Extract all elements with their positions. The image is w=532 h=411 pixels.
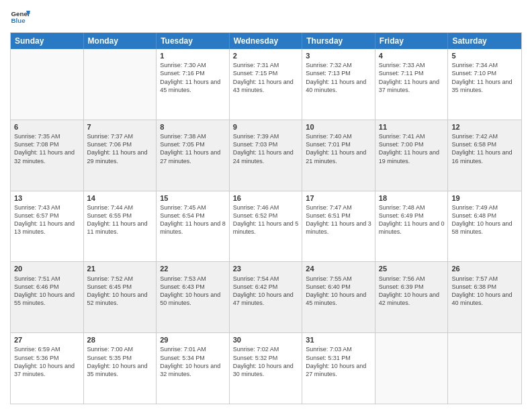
day-number: 9 xyxy=(233,122,299,132)
day-info: Sunrise: 7:47 AM Sunset: 6:51 PM Dayligh… xyxy=(306,203,371,236)
day-info: Sunrise: 7:48 AM Sunset: 6:49 PM Dayligh… xyxy=(379,203,445,236)
calendar-row-2: 13Sunrise: 7:43 AM Sunset: 6:57 PM Dayli… xyxy=(11,191,521,263)
calendar-cell xyxy=(84,49,157,120)
calendar-cell: 26Sunrise: 7:57 AM Sunset: 6:38 PM Dayli… xyxy=(448,262,521,332)
day-number: 22 xyxy=(160,264,226,273)
calendar-cell: 10Sunrise: 7:40 AM Sunset: 7:01 PM Dayli… xyxy=(302,120,375,191)
day-number: 26 xyxy=(451,264,518,273)
calendar-cell: 11Sunrise: 7:41 AM Sunset: 7:00 PM Dayli… xyxy=(375,120,449,191)
day-number: 1 xyxy=(160,51,226,60)
day-number: 14 xyxy=(87,193,153,203)
day-number: 3 xyxy=(306,51,371,60)
day-info: Sunrise: 7:57 AM Sunset: 6:38 PM Dayligh… xyxy=(451,275,518,308)
day-info: Sunrise: 7:42 AM Sunset: 6:58 PM Dayligh… xyxy=(451,132,518,165)
calendar-cell: 15Sunrise: 7:45 AM Sunset: 6:54 PM Dayli… xyxy=(157,191,230,262)
day-number: 8 xyxy=(160,122,226,132)
day-info: Sunrise: 7:35 AM Sunset: 7:08 PM Dayligh… xyxy=(14,132,80,165)
calendar-cell: 14Sunrise: 7:44 AM Sunset: 6:55 PM Dayli… xyxy=(84,191,157,262)
calendar-cell: 24Sunrise: 7:55 AM Sunset: 6:40 PM Dayli… xyxy=(302,262,375,332)
calendar-cell: 19Sunrise: 7:49 AM Sunset: 6:48 PM Dayli… xyxy=(448,191,521,262)
day-info: Sunrise: 7:32 AM Sunset: 7:13 PM Dayligh… xyxy=(306,61,371,94)
day-number: 13 xyxy=(14,193,80,203)
day-info: Sunrise: 7:38 AM Sunset: 7:05 PM Dayligh… xyxy=(160,132,226,165)
day-number: 29 xyxy=(160,335,226,345)
day-info: Sunrise: 7:51 AM Sunset: 6:46 PM Dayligh… xyxy=(14,275,80,308)
calendar-cell: 6Sunrise: 7:35 AM Sunset: 7:08 PM Daylig… xyxy=(11,120,84,191)
calendar-row-4: 27Sunrise: 6:59 AM Sunset: 5:36 PM Dayli… xyxy=(11,333,521,404)
calendar-cell: 12Sunrise: 7:42 AM Sunset: 6:58 PM Dayli… xyxy=(448,120,521,191)
calendar-cell: 31Sunrise: 7:03 AM Sunset: 5:31 PM Dayli… xyxy=(302,333,375,404)
day-number: 17 xyxy=(306,193,371,203)
header-day-saturday: Saturday xyxy=(448,33,521,49)
day-info: Sunrise: 7:43 AM Sunset: 6:57 PM Dayligh… xyxy=(14,203,80,236)
day-number: 5 xyxy=(451,51,518,60)
day-number: 27 xyxy=(14,335,80,345)
calendar-cell: 13Sunrise: 7:43 AM Sunset: 6:57 PM Dayli… xyxy=(11,191,84,262)
header-day-monday: Monday xyxy=(84,33,157,49)
day-number: 4 xyxy=(379,51,445,60)
day-info: Sunrise: 7:01 AM Sunset: 5:34 PM Dayligh… xyxy=(160,345,226,378)
calendar-cell: 23Sunrise: 7:54 AM Sunset: 6:42 PM Dayli… xyxy=(230,262,303,332)
calendar-cell: 30Sunrise: 7:02 AM Sunset: 5:32 PM Dayli… xyxy=(230,333,303,404)
calendar-row-3: 20Sunrise: 7:51 AM Sunset: 6:46 PM Dayli… xyxy=(11,262,521,333)
header-day-wednesday: Wednesday xyxy=(230,33,303,49)
day-number: 31 xyxy=(306,335,371,345)
calendar-cell: 18Sunrise: 7:48 AM Sunset: 6:49 PM Dayli… xyxy=(375,191,449,262)
day-info: Sunrise: 7:03 AM Sunset: 5:31 PM Dayligh… xyxy=(306,345,371,378)
calendar-cell: 1Sunrise: 7:30 AM Sunset: 7:16 PM Daylig… xyxy=(157,49,230,120)
header: General Blue xyxy=(10,7,522,27)
calendar-row-1: 6Sunrise: 7:35 AM Sunset: 7:08 PM Daylig… xyxy=(11,120,521,191)
calendar-cell: 7Sunrise: 7:37 AM Sunset: 7:06 PM Daylig… xyxy=(84,120,157,191)
logo-icon: General Blue xyxy=(10,7,30,27)
day-number: 2 xyxy=(233,51,299,60)
day-number: 10 xyxy=(306,122,371,132)
calendar-cell: 8Sunrise: 7:38 AM Sunset: 7:05 PM Daylig… xyxy=(157,120,230,191)
day-info: Sunrise: 7:37 AM Sunset: 7:06 PM Dayligh… xyxy=(87,132,153,165)
day-info: Sunrise: 7:53 AM Sunset: 6:43 PM Dayligh… xyxy=(160,275,226,308)
calendar-cell: 16Sunrise: 7:46 AM Sunset: 6:52 PM Dayli… xyxy=(230,191,303,262)
day-number: 19 xyxy=(451,193,518,203)
day-number: 24 xyxy=(306,264,371,273)
header-day-thursday: Thursday xyxy=(302,33,375,49)
calendar-cell: 5Sunrise: 7:34 AM Sunset: 7:10 PM Daylig… xyxy=(448,49,521,120)
day-info: Sunrise: 7:34 AM Sunset: 7:10 PM Dayligh… xyxy=(451,61,518,94)
calendar-cell: 9Sunrise: 7:39 AM Sunset: 7:03 PM Daylig… xyxy=(230,120,303,191)
calendar: SundayMondayTuesdayWednesdayThursdayFrid… xyxy=(10,32,522,404)
calendar-header: SundayMondayTuesdayWednesdayThursdayFrid… xyxy=(11,33,521,49)
day-number: 12 xyxy=(451,122,518,132)
calendar-cell: 28Sunrise: 7:00 AM Sunset: 5:35 PM Dayli… xyxy=(84,333,157,404)
day-info: Sunrise: 7:54 AM Sunset: 6:42 PM Dayligh… xyxy=(233,275,299,308)
calendar-cell: 25Sunrise: 7:56 AM Sunset: 6:39 PM Dayli… xyxy=(375,262,449,332)
day-info: Sunrise: 7:31 AM Sunset: 7:15 PM Dayligh… xyxy=(233,61,299,94)
day-number: 15 xyxy=(160,193,226,203)
day-number: 30 xyxy=(233,335,299,345)
header-day-tuesday: Tuesday xyxy=(157,33,230,49)
day-number: 16 xyxy=(233,193,299,203)
day-info: Sunrise: 7:00 AM Sunset: 5:35 PM Dayligh… xyxy=(87,345,153,378)
day-info: Sunrise: 7:49 AM Sunset: 6:48 PM Dayligh… xyxy=(451,203,518,236)
calendar-cell: 22Sunrise: 7:53 AM Sunset: 6:43 PM Dayli… xyxy=(157,262,230,332)
day-number: 7 xyxy=(87,122,153,132)
day-number: 23 xyxy=(233,264,299,273)
day-number: 21 xyxy=(87,264,153,273)
day-info: Sunrise: 7:55 AM Sunset: 6:40 PM Dayligh… xyxy=(306,275,371,308)
calendar-cell xyxy=(11,49,84,120)
day-info: Sunrise: 7:30 AM Sunset: 7:16 PM Dayligh… xyxy=(160,61,226,94)
day-info: Sunrise: 7:02 AM Sunset: 5:32 PM Dayligh… xyxy=(233,345,299,378)
day-info: Sunrise: 7:33 AM Sunset: 7:11 PM Dayligh… xyxy=(379,61,445,94)
page: General Blue SundayMondayTuesdayWednesda… xyxy=(0,0,532,411)
calendar-cell: 29Sunrise: 7:01 AM Sunset: 5:34 PM Dayli… xyxy=(157,333,230,404)
day-info: Sunrise: 7:39 AM Sunset: 7:03 PM Dayligh… xyxy=(233,132,299,165)
calendar-cell: 4Sunrise: 7:33 AM Sunset: 7:11 PM Daylig… xyxy=(375,49,449,120)
calendar-cell: 17Sunrise: 7:47 AM Sunset: 6:51 PM Dayli… xyxy=(302,191,375,262)
header-day-sunday: Sunday xyxy=(11,33,84,49)
day-info: Sunrise: 7:40 AM Sunset: 7:01 PM Dayligh… xyxy=(306,132,371,165)
header-day-friday: Friday xyxy=(375,33,449,49)
svg-text:Blue: Blue xyxy=(11,17,26,24)
day-number: 20 xyxy=(14,264,80,273)
calendar-cell: 20Sunrise: 7:51 AM Sunset: 6:46 PM Dayli… xyxy=(11,262,84,332)
day-number: 6 xyxy=(14,122,80,132)
calendar-cell xyxy=(375,333,449,404)
calendar-row-0: 1Sunrise: 7:30 AM Sunset: 7:16 PM Daylig… xyxy=(11,49,521,120)
calendar-cell: 3Sunrise: 7:32 AM Sunset: 7:13 PM Daylig… xyxy=(302,49,375,120)
